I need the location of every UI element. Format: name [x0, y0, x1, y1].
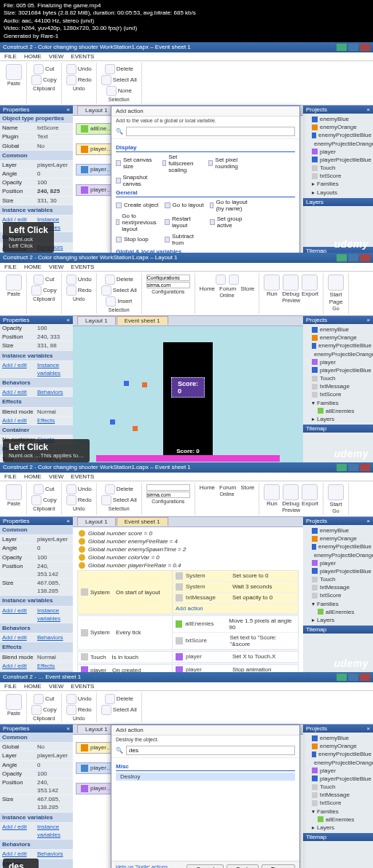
dlg2-back-button[interactable]: Back [227, 864, 259, 868]
act-restart[interactable]: Restart layout [165, 213, 204, 232]
meta-gen: Generated by Rare-1 [4, 33, 369, 40]
v-op[interactable]: 100 [37, 178, 71, 186]
tree-eb[interactable]: enemyBlue [305, 115, 372, 123]
layers-title: Layers [303, 198, 373, 206]
dlg2-done-button[interactable]: Done [262, 864, 295, 868]
config-dropdown[interactable] [146, 275, 190, 281]
menu-events[interactable]: EVENTS [71, 53, 94, 60]
close-icon[interactable]: × [366, 106, 370, 113]
v-layer[interactable]: playerLayer [37, 161, 71, 169]
event-row-2[interactable]: System Every tick allEnemiesMove 1.5 pix… [77, 615, 299, 650]
close-button[interactable] [360, 44, 370, 51]
menu-file[interactable]: FILE [4, 53, 17, 60]
act-goto2[interactable]: Go to layout (by name) [210, 199, 249, 212]
act-subtract[interactable]: Subtract from [165, 233, 204, 246]
tab-layout[interactable]: Layout 1 [77, 106, 116, 114]
clipboard-label: Clipboard [33, 86, 55, 91]
title-text: Construct 2 - Color changing shooter Wor… [3, 44, 191, 50]
dlg2-cancel-button[interactable]: Cancel [186, 864, 224, 868]
html5-icon[interactable] [229, 275, 239, 285]
redo-label: Redo [78, 76, 92, 83]
redo-button[interactable]: Redo [66, 75, 92, 85]
destroy-item[interactable]: Destroy [116, 773, 295, 781]
dlg-search-input[interactable] [126, 127, 295, 136]
construct-window-3: Construct 2 - Color changing shooter Wor… [0, 462, 373, 672]
block-pl-label: player… [90, 186, 112, 193]
score-text-selected[interactable]: Score: 0 [171, 377, 205, 398]
var-cv[interactable]: Global number colorVar = 0 [77, 553, 299, 561]
undo-button[interactable]: Undo [66, 64, 92, 74]
tree-player[interactable]: player [305, 148, 372, 156]
copy-icon [31, 75, 42, 85]
tab-events[interactable]: Event sheet 1 [117, 316, 168, 325]
export-icon[interactable] [302, 275, 318, 291]
tree-epb[interactable]: enemyProjectileBlue [305, 131, 372, 139]
project-tree: enemyBlue enemyOrange enemyProjectileBlu… [303, 114, 373, 198]
act-goto1[interactable]: Go to layout [165, 199, 204, 212]
paste-icon[interactable] [6, 64, 22, 80]
debug-icon[interactable] [283, 275, 299, 291]
tree-txtscore[interactable]: txtScore [305, 172, 372, 180]
tree-epo[interactable]: enemyProjectileOrange [305, 140, 372, 148]
copy-button[interactable]: Copy [31, 75, 57, 85]
v-size[interactable]: 331, 30 [37, 197, 71, 205]
act-snapshot[interactable]: Snapshot canvas [116, 174, 157, 187]
tree-families[interactable]: ▸ Families [305, 180, 372, 188]
v-angle[interactable]: 0 [37, 170, 71, 178]
tree-layouts[interactable]: ▸ Layouts [305, 189, 372, 197]
act-create[interactable]: Create object [116, 199, 159, 212]
undo-icon [66, 64, 76, 74]
tree-ppb[interactable]: playerProjectileBlue [305, 156, 372, 164]
var-efr[interactable]: Global number enemyFireRate = 4 [77, 537, 299, 545]
none-button[interactable]: None [106, 86, 132, 96]
copy-label: Copy [43, 76, 57, 83]
delete-button[interactable]: Delete [105, 64, 133, 74]
var-pfr[interactable]: Global number playerFireRate = 0.4 [77, 561, 299, 569]
var-est[interactable]: Global number enemySpawnTime = 2 [77, 545, 299, 553]
menu-home[interactable]: HOME [24, 53, 42, 60]
v-name[interactable]: txtScore [37, 124, 71, 132]
sprite-orange [142, 382, 147, 387]
selectall-button[interactable]: Select All [101, 75, 137, 85]
properties-title: Properties× [0, 106, 73, 114]
event-row-3[interactable]: Touch Is in touch playerSet X to Touch.X [77, 651, 299, 663]
flag-icon[interactable] [216, 275, 226, 285]
none-label: None [118, 87, 132, 94]
v-pos[interactable]: 240, 825 [37, 187, 71, 195]
dlg2-help-link[interactable]: Help on 'Sprite' actions [116, 864, 168, 868]
act-pixel[interactable]: Set pixel rounding [208, 154, 249, 173]
start-icon[interactable] [328, 275, 344, 291]
minimize-button[interactable] [337, 44, 347, 51]
act-groupactive[interactable]: Set group active [210, 213, 249, 232]
act-stoploop[interactable]: Stop loop [116, 233, 159, 246]
dlg2-search-input[interactable] [126, 746, 295, 755]
event-row-1[interactable]: System On start of layout SystemSet scor… [77, 570, 299, 615]
ribbon: Paste CutCopyClipboard UndoRedoUndo Dele… [0, 61, 373, 106]
search-box[interactable] [146, 282, 190, 288]
tree-touch[interactable]: Touch [305, 164, 372, 172]
v-global[interactable]: No [37, 142, 71, 150]
cut-button[interactable]: Cut [34, 64, 54, 74]
tab-layout[interactable]: Layout 1 [77, 316, 116, 325]
menu-view[interactable]: VIEW [49, 53, 63, 60]
close-pane-icon[interactable]: × [66, 106, 70, 113]
overlay-title: Left Click [9, 225, 48, 235]
add-action-link[interactable]: Add action [173, 604, 298, 614]
var-score[interactable]: Global number score = 0 [77, 529, 299, 537]
act-fullscreen[interactable]: Set fullscreen scaling [162, 154, 203, 173]
none-icon [106, 86, 117, 96]
undo-grp-label: Undo [73, 86, 85, 91]
layout-canvas[interactable]: Score: 0 Score: 0 www.cg-kn.com [73, 326, 303, 462]
act-gotonext[interactable]: Go to next/previous layout [116, 213, 159, 232]
k-name: Name [2, 124, 37, 132]
act-canvas-size[interactable]: Set canvas size [116, 154, 157, 173]
paste-icon[interactable] [6, 275, 22, 291]
k-op: Opacity [2, 178, 37, 186]
tree-eo[interactable]: enemyOrange [305, 123, 372, 131]
dlg2-title: Add action [111, 725, 299, 735]
maximize-button[interactable] [348, 44, 358, 51]
menubar: FILE HOME VIEW EVENTS [0, 52, 373, 61]
run-icon[interactable] [264, 275, 280, 291]
redo-icon [66, 75, 76, 85]
event-row-4[interactable]: player On created playerStop animation [77, 664, 299, 672]
